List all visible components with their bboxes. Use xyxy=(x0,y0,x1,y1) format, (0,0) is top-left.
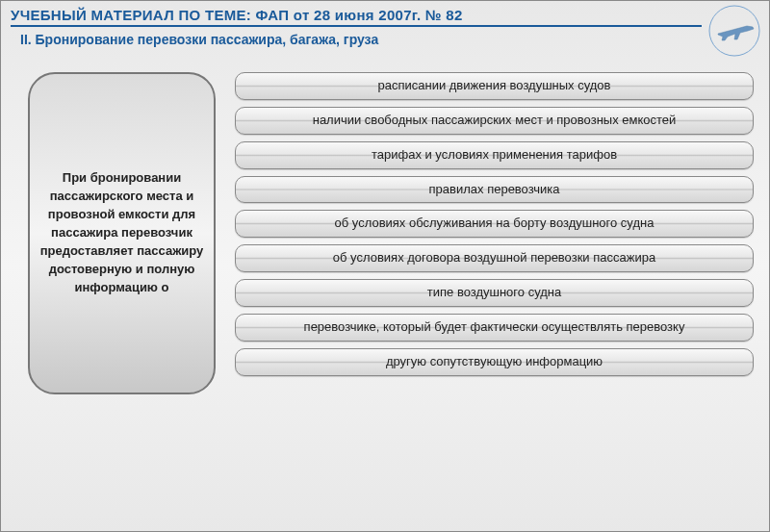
list-item: типе воздушного судна xyxy=(235,279,754,307)
list-item: правилах перевозчика xyxy=(235,176,754,204)
content-area: При бронировании пассажирского места и п… xyxy=(1,53,769,404)
page-subtitle: II. Бронирование перевозки пассажира, ба… xyxy=(11,27,473,53)
info-list: расписании движения воздушных судов нали… xyxy=(235,72,759,376)
header: УЧЕБНЫЙ МАТЕРИАЛ ПО ТЕМЕ: ФАП от 28 июня… xyxy=(1,1,769,53)
list-item: расписании движения воздушных судов xyxy=(235,72,754,100)
intro-text: При бронировании пассажирского места и п… xyxy=(38,169,206,296)
intro-panel: При бронировании пассажирского места и п… xyxy=(28,72,216,394)
list-item: другую сопутствующую информацию xyxy=(235,348,754,376)
airplane-icon xyxy=(708,5,761,58)
list-item: тарифах и условиях применения тарифов xyxy=(235,141,754,169)
page-title: УЧЕБНЫЙ МАТЕРИАЛ ПО ТЕМЕ: ФАП от 28 июня… xyxy=(11,7,759,23)
list-item: об условиях обслуживания на борту воздуш… xyxy=(235,210,754,238)
list-item: об условиях договора воздушной перевозки… xyxy=(235,244,754,272)
list-item: перевозчике, который будет фактически ос… xyxy=(235,314,754,342)
list-item: наличии свободных пассажирских мест и пр… xyxy=(235,107,754,135)
